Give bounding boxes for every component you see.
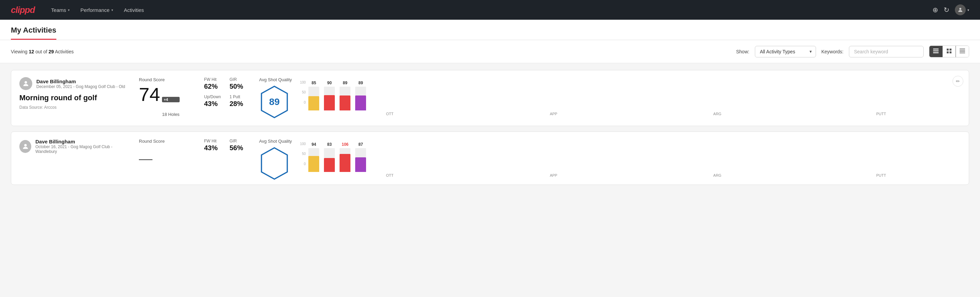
viewing-count-text: Viewing 12 out of 29 Activities [11,49,731,54]
round-score-label: Round Score [139,77,193,82]
stats-section: FW Hit 62% GIR 50% Up/Down 43% 1 Putt 28… [204,77,248,119]
chart-axis-0: 0 [300,101,306,104]
fw-hit-value: 43% [204,144,223,152]
updown-stat: Up/Down 43% [204,94,223,108]
activity-card: Dave Billingham October 16, 2021 - Gog M… [11,131,969,185]
avg-shot-label: Avg Shot Quality [259,77,292,82]
logo: clippd [11,5,35,15]
chevron-down-icon: ▾ [111,8,113,12]
gir-value: 56% [229,144,248,152]
refresh-icon[interactable]: ↻ [943,6,950,14]
svg-rect-3 [933,52,939,53]
bar-putt-value: 89 [359,81,363,85]
holes-label: 18 Holes [162,112,179,117]
svg-rect-11 [959,53,965,53]
score-section: Round Score [139,139,193,180]
add-circle-icon[interactable]: ⊕ [932,6,938,14]
viewing-total: 29 [49,49,54,54]
user-name: Dave Billingham [37,78,125,84]
edit-button[interactable]: ✏ [953,76,963,87]
chevron-down-icon: ▾ [68,8,70,12]
chevron-down-icon: ▾ [967,8,969,12]
bar-arg: 106 [340,142,350,172]
svg-rect-8 [959,49,965,49]
svg-rect-2 [933,51,939,52]
score-badge: +4 [162,97,179,102]
fw-hit-value: 62% [204,83,223,90]
user-row: Dave Billingham October 16, 2021 - Gog M… [19,139,128,154]
svg-point-13 [24,144,27,146]
fw-hit-stat: FW Hit 62% [204,77,223,90]
show-label: Show: [736,49,749,54]
bar-arg-value: 106 [342,142,348,147]
navbar: clippd Teams ▾ Performance ▾ Activities … [0,0,980,20]
svg-point-0 [959,8,961,10]
data-source: Data Source: Arccos [19,105,128,110]
nav-performance[interactable]: Performance ▾ [81,6,113,14]
keywords-label: Keywords: [821,49,843,54]
oneputt-stat: 1 Putt 28% [229,94,248,108]
list-view-button[interactable] [929,46,943,57]
bar-app-label: APP [474,112,633,116]
bar-app-value: 90 [327,81,332,85]
chart-axis-0: 0 [300,162,306,166]
quality-section: Avg Shot Quality 89 100 50 0 [259,77,961,119]
svg-rect-6 [947,51,949,53]
bar-app-label: APP [474,173,633,177]
oneputt-label: 1 Putt [229,94,248,99]
user-date: October 16, 2021 - Gog Magog Golf Club -… [35,144,128,154]
activity-type-select[interactable]: All Activity Types [755,46,816,57]
svg-rect-7 [950,51,951,53]
quality-section: Avg Shot Quality 100 50 0 [259,139,961,180]
user-date: December 05, 2021 - Gog Magog Golf Club … [37,84,125,89]
bar-arg-label: ARG [638,173,797,177]
chart-axis-50: 50 [300,152,306,156]
page-title: My Activities [11,26,56,40]
grid-view-button[interactable] [943,46,956,57]
nav-activities[interactable]: Activities [124,6,144,14]
nav-teams-label: Teams [51,7,66,13]
svg-rect-10 [959,51,965,52]
bar-app: 83 [324,142,335,172]
updown-label: Up/Down [204,94,223,99]
chart-axis-100: 100 [300,142,306,146]
shot-quality-chart: 100 50 0 94 83 [300,142,961,177]
gir-label: GIR [229,77,248,82]
avatar [19,77,32,90]
hex-score: 89 [269,96,280,107]
user-row: Dave Billingham December 05, 2021 - Gog … [19,77,128,90]
svg-point-12 [24,81,27,84]
nav-performance-label: Performance [81,7,110,13]
user-menu[interactable]: ▾ [955,5,969,15]
score-section: Round Score 74 +4 18 Holes [139,77,193,119]
bar-putt-label: PUTT [802,112,961,116]
updown-value: 43% [204,100,223,108]
svg-rect-9 [959,50,965,51]
nav-teams[interactable]: Teams ▾ [51,6,70,14]
gir-stat: GIR 56% [229,139,248,152]
user-name: Dave Billingham [35,139,128,144]
activities-list: ✏ Dave Billingham December 05, 2021 - Go… [0,63,980,192]
hex-score-container: 89 [259,85,290,119]
activity-type-select-wrapper: All Activity Types [755,46,816,57]
viewing-outof: out of [35,49,49,54]
bar-ott-value: 94 [312,142,316,147]
compact-view-button[interactable] [956,46,969,57]
page-header: My Activities [0,20,980,40]
avg-shot-label: Avg Shot Quality [259,139,292,144]
shot-quality-chart: 100 50 0 85 90 [300,81,961,116]
keyword-search-input[interactable] [849,46,924,57]
chart-axis-50: 50 [300,90,306,94]
bar-putt-label: PUTT [802,173,961,177]
viewing-label: Viewing [11,49,27,54]
view-toggle [929,46,969,57]
bar-app: 90 [324,81,335,110]
bar-ott-label: OTT [310,112,469,116]
filter-bar: Viewing 12 out of 29 Activities Show: Al… [0,40,980,63]
fw-hit-stat: FW Hit 43% [204,139,223,152]
bar-putt: 89 [355,81,366,110]
bar-ott-value: 85 [312,81,316,85]
bar-ott: 85 [308,81,319,110]
avatar [19,140,31,153]
chart-axis-100: 100 [300,81,306,84]
